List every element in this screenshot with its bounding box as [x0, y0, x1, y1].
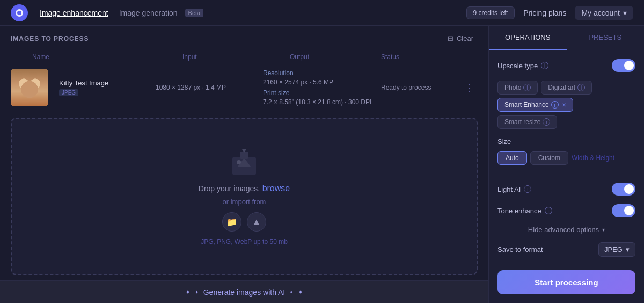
smart-resize-label: Smart resize: [504, 118, 540, 126]
smart-enhance-remove-icon[interactable]: ✕: [562, 102, 566, 108]
tone-enhance-row: Tone enhance i: [497, 204, 635, 217]
print-size-label: Print size: [263, 89, 381, 97]
col-input: Input: [182, 53, 290, 61]
chevron-down-icon: ▾: [623, 9, 627, 17]
upscale-type-row: Upscale type i: [497, 59, 635, 72]
upscale-type-info-icon[interactable]: i: [541, 62, 548, 69]
app-logo: [11, 4, 28, 21]
generate-link[interactable]: Generate images with AI: [203, 288, 286, 297]
tab-presets[interactable]: PRESETS: [567, 26, 645, 50]
upscale-type-label: Upscale type i: [497, 62, 548, 70]
table-header: Name Input Output Status: [0, 51, 488, 63]
input-info: 1080 × 1287 px · 1.4 MP: [156, 84, 263, 91]
save-format-label: Save to format: [497, 246, 543, 254]
images-header: IMAGES TO PROCESS ⊟ Clear: [0, 26, 488, 51]
import-text: or import from: [223, 198, 266, 206]
save-format-select[interactable]: JPEG ▾: [598, 242, 635, 257]
drive-import-button[interactable]: ▲: [247, 212, 266, 232]
account-button[interactable]: My account ▾: [575, 6, 633, 20]
light-ai-row: Light AI i: [497, 183, 635, 196]
output-resolution-label: Resolution: [263, 69, 381, 77]
smart-resize-info-icon[interactable]: i: [543, 118, 550, 126]
light-ai-label: Light AI i: [497, 185, 531, 193]
sparkle-icon-right: ✦: [289, 290, 294, 295]
sparkle-icon-right2: ✦: [298, 288, 303, 296]
advanced-options-label: Hide advanced options: [528, 226, 599, 234]
drop-main-text: Drop your images,: [199, 184, 260, 193]
image-thumbnail: [11, 69, 48, 106]
generate-banner[interactable]: ✦ ✦ Generate images with AI ✦ ✦: [0, 280, 488, 303]
smart-resize-type-button[interactable]: Smart resize i: [497, 115, 557, 129]
drop-zone[interactable]: Drop your images, browse or import from …: [11, 118, 478, 275]
import-icons: 📁 ▲: [222, 212, 266, 232]
tone-enhance-toggle-knob: [624, 206, 634, 215]
smart-enhance-label: Smart Enhance: [504, 101, 549, 109]
svg-point-4: [237, 160, 241, 164]
save-format-row: Save to format JPEG ▾: [497, 242, 635, 257]
light-ai-text: Light AI: [497, 185, 521, 193]
digital-art-label: Digital art: [548, 84, 575, 91]
col-status: Status: [381, 53, 462, 61]
start-processing-button[interactable]: Start processing: [497, 270, 635, 294]
main-content: IMAGES TO PROCESS ⊟ Clear Name Input Out…: [0, 26, 644, 303]
nav-image-enhancement[interactable]: Image enhancement: [34, 5, 114, 20]
photo-type-button[interactable]: Photo i: [497, 81, 538, 95]
folder-icon: 📁: [226, 217, 237, 227]
app-header: Image enhancement Image generation Beta …: [0, 0, 644, 26]
auto-size-button[interactable]: Auto: [497, 151, 527, 165]
drop-text: Drop your images, browse: [199, 184, 290, 193]
tone-enhance-label: Tone enhance i: [497, 207, 552, 215]
custom-size-button[interactable]: Custom: [530, 151, 568, 165]
credits-badge: 9 credits left: [466, 6, 515, 19]
browse-link[interactable]: browse: [262, 184, 290, 193]
output-resolution-value: 2160 × 2574 px · 5.6 MP: [263, 78, 381, 86]
options-panel: Upscale type i Photo i Digital art i: [489, 50, 644, 266]
upscale-toggle-knob: [624, 61, 634, 70]
photo-info-icon[interactable]: i: [523, 84, 531, 91]
digital-art-info-icon[interactable]: i: [577, 84, 585, 91]
image-name: Kitty Test Image: [59, 79, 156, 87]
advanced-options-toggle[interactable]: Hide advanced options ▾: [497, 226, 635, 234]
tone-enhance-toggle[interactable]: [612, 204, 635, 217]
account-label: My account: [581, 9, 620, 17]
table-row: Kitty Test Image JPEG 1080 × 1287 px · 1…: [0, 63, 488, 112]
image-format-badge: JPEG: [59, 89, 78, 96]
filter-icon: ⊟: [448, 34, 453, 42]
svg-rect-5: [240, 152, 248, 159]
smart-enhance-type-button[interactable]: Smart Enhance i ✕: [497, 98, 573, 112]
tab-operations[interactable]: OPERATIONS: [489, 26, 567, 50]
chevron-up-icon: ▾: [602, 227, 605, 233]
right-panel: OPERATIONS PRESETS Upscale type i Photo …: [488, 26, 644, 303]
clear-label: Clear: [457, 34, 473, 42]
file-types-label: JPG, PNG, WebP up to 50 mb: [201, 238, 288, 246]
clear-button[interactable]: ⊟ Clear: [443, 32, 478, 45]
tone-enhance-text: Tone enhance: [497, 207, 541, 215]
digital-art-type-button[interactable]: Digital art i: [541, 81, 592, 95]
upscale-toggle[interactable]: [612, 59, 635, 72]
format-chevron-icon: ▾: [626, 246, 630, 254]
upscale-type-buttons: Photo i Digital art i Smart Enhance i ✕ …: [497, 81, 635, 129]
beta-badge: Beta: [185, 9, 204, 17]
sparkle-icon-left2: ✦: [195, 290, 199, 295]
light-ai-info-icon[interactable]: i: [524, 185, 531, 193]
col-name: Name: [32, 53, 182, 61]
folder-import-button[interactable]: 📁: [222, 212, 241, 232]
width-height-placeholder: Width & Height: [572, 154, 614, 162]
output-info: Resolution 2160 × 2574 px · 5.6 MP Print…: [263, 69, 381, 106]
more-options-button[interactable]: ⋮: [462, 82, 478, 93]
light-ai-toggle[interactable]: [612, 183, 635, 196]
left-panel: IMAGES TO PROCESS ⊟ Clear Name Input Out…: [0, 26, 488, 303]
photo-label: Photo: [504, 84, 521, 91]
upload-icon: [228, 147, 260, 179]
smart-enhance-info-icon[interactable]: i: [551, 101, 559, 109]
divider-1: [497, 174, 635, 174]
col-output: Output: [290, 53, 381, 61]
images-section-title: IMAGES TO PROCESS: [11, 35, 89, 42]
upscale-type-text: Upscale type: [497, 62, 538, 70]
svg-point-1: [17, 11, 21, 15]
tone-enhance-info-icon[interactable]: i: [545, 207, 552, 214]
nav-image-generation[interactable]: Image generation: [114, 5, 183, 20]
status-badge: Ready to process: [381, 84, 462, 91]
pricing-link[interactable]: Pricing plans: [523, 9, 566, 17]
panel-tabs: OPERATIONS PRESETS: [489, 26, 644, 50]
